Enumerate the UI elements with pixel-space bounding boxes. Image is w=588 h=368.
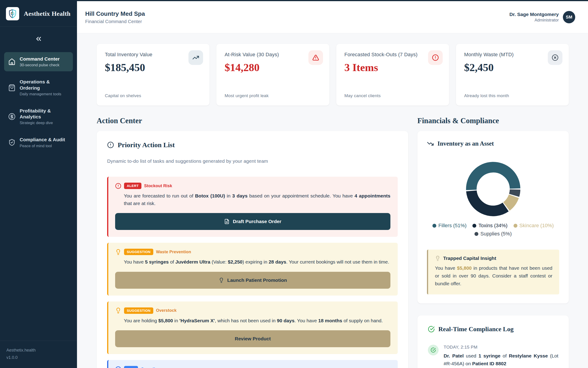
log-card-title: Real-Time Compliance Log	[438, 325, 514, 333]
stat-title: Forecasted Stock-Outs (7 Days)	[345, 52, 441, 58]
sidebar-item-compliance-audit[interactable]: Compliance & Audit Peace of mind tool	[4, 133, 73, 152]
lightbulb-emoji-icon	[435, 256, 440, 261]
financials-heading: Financials & Compliance	[417, 117, 569, 125]
action-item-category: Compliance	[141, 367, 164, 368]
sidebar-item-label: Operations & Ordering	[20, 79, 69, 91]
stat-caption: Capital on shelves	[105, 93, 141, 98]
sidebar-footer: Aesthetix.health v1.0.0	[0, 340, 77, 368]
sidebar-item-sub: Peace of mind tool	[20, 144, 65, 148]
inventory-donut-chart	[427, 159, 559, 219]
sidebar-item-sub: Daily management tools	[20, 92, 69, 96]
suggestion-badge: SUGGESTION	[124, 249, 153, 255]
alert-circle-icon	[115, 183, 121, 189]
footer-domain: Aesthetix.health	[6, 347, 71, 354]
button-label: Launch Patient Promotion	[227, 277, 287, 283]
log-entry-body: Dr. Patel used 1 syringe of Restylane Ky…	[444, 352, 558, 367]
main-scroll-area[interactable]: Total Inventory Value $185,450 Capital o…	[77, 33, 588, 368]
alert-circle-icon	[428, 50, 443, 65]
stats-grid: Total Inventory Value $185,450 Capital o…	[97, 44, 569, 106]
sidebar-nav: Command Center 30-second pulse check Ope…	[0, 48, 77, 156]
legend-dot	[432, 224, 436, 228]
shield-check-icon	[8, 139, 16, 146]
draft-purchase-order-button[interactable]: Draft Purchase Order	[115, 213, 390, 230]
legend-dot	[474, 232, 478, 236]
legend-item-toxins: Toxins (34%)	[472, 223, 507, 229]
stat-card-monthly-waste: Monthly Waste (MTD) $2,450 Already lost …	[456, 44, 569, 106]
donut-svg	[463, 159, 523, 219]
chart-legend: Fillers (51%) Toxins (34%) Skincare (10%…	[427, 223, 559, 237]
user-meta: Dr. Sage Montgomery Administrator	[509, 12, 559, 23]
stat-value: $185,450	[105, 61, 201, 74]
sidebar: Aesthetix Health Command Center 30-secon…	[0, 1, 77, 368]
header-titles: Hill Country Med Spa Financial Command C…	[85, 10, 145, 24]
action-item-header: SUGGESTION Overstock	[115, 307, 390, 314]
action-item-body: You have 5 syringes of Juvéderm Ultra (V…	[124, 258, 390, 266]
compliance-log-entry: TODAY, 2:15 PM Dr. Patel used 1 syringe …	[428, 345, 558, 367]
action-item-category: Overstock	[156, 308, 177, 313]
lightbulb-icon	[115, 307, 121, 313]
trending-up-icon	[188, 50, 203, 65]
stat-card-at-risk-value: At-Risk Value (30 Days) $14,280 Most urg…	[216, 44, 329, 106]
file-text-icon	[224, 219, 230, 224]
page-subtitle: Financial Command Center	[85, 19, 145, 24]
priority-card-title: Priority Action List	[118, 141, 175, 149]
action-item-overstock: SUGGESTION Overstock You are holding $5,…	[107, 302, 398, 354]
check-circle-icon	[428, 326, 435, 332]
avatar[interactable]: SM	[563, 11, 575, 23]
content-columns: Action Center Priority Action List Dynam…	[97, 106, 569, 368]
action-item-header: ALERT Stockout Risk	[115, 183, 390, 189]
stat-caption: Already lost this month	[464, 93, 509, 98]
action-center-heading: Action Center	[97, 117, 408, 125]
x-circle-icon	[548, 50, 562, 65]
action-item-category: Stockout Risk	[144, 184, 172, 188]
legend-label: Toxins (34%)	[478, 223, 507, 229]
compliance-log-card: Real-Time Compliance Log TODAY, 2:15 PM …	[417, 315, 569, 368]
legend-label: Supplies (5%)	[481, 231, 512, 237]
action-item-category: Waste Prevention	[156, 250, 191, 254]
sidebar-item-operations-ordering[interactable]: Operations & Ordering Daily management t…	[4, 75, 73, 100]
inventory-asset-card: Inventory as an Asset Fillers (51%)	[417, 131, 569, 304]
action-center-column: Action Center Priority Action List Dynam…	[97, 106, 408, 368]
launch-patient-promotion-button[interactable]: Launch Patient Promotion	[115, 272, 390, 289]
sidebar-item-profitability-analytics[interactable]: Profitability & Analytics Strategic deep…	[4, 104, 73, 129]
top-header: Hill Country Med Spa Financial Command C…	[77, 1, 588, 33]
stat-card-total-inventory: Total Inventory Value $185,450 Capital o…	[97, 44, 209, 106]
lightbulb-icon	[219, 277, 224, 283]
sidebar-item-sub: 30-second pulse check	[20, 63, 60, 67]
button-label: Review Product	[235, 336, 271, 341]
asset-card-header: Inventory as an Asset	[427, 140, 559, 147]
sidebar-collapse-button[interactable]	[33, 33, 44, 44]
stat-value: $14,280	[224, 61, 321, 74]
review-product-button[interactable]: Review Product	[115, 330, 390, 347]
user-role: Administrator	[509, 18, 559, 23]
insight-title-row: Trapped Capital Insight	[435, 256, 552, 261]
alert-triangle-icon	[308, 50, 323, 65]
legend-dot	[472, 224, 476, 228]
insight-title: Trapped Capital Insight	[443, 256, 496, 261]
brand-logo	[6, 7, 19, 20]
action-item-body: You are forecasted to run out of Botox (…	[124, 192, 390, 207]
stat-title: Total Inventory Value	[105, 52, 201, 58]
shopping-bag-icon	[8, 84, 16, 92]
app-window: Aesthetix Health Command Center 30-secon…	[0, 0, 588, 368]
stat-title: Monthly Waste (MTD)	[464, 52, 561, 58]
home-icon	[8, 58, 16, 65]
stat-value: 3 Items	[345, 61, 441, 74]
dollar-circle-icon	[8, 113, 16, 120]
sidebar-item-label: Compliance & Audit	[20, 137, 65, 143]
legend-label: Fillers (51%)	[438, 223, 466, 229]
legend-item-supplies: Supplies (5%)	[474, 231, 512, 237]
sidebar-item-sub: Strategic deep dive	[20, 121, 69, 125]
brand-header: Aesthetix Health	[0, 1, 77, 27]
user-name: Dr. Sage Montgomery	[509, 12, 559, 17]
legend-item-fillers: Fillers (51%)	[432, 223, 466, 229]
stat-caption: Most urgent profit leak	[224, 93, 269, 98]
check-circle-icon	[428, 345, 439, 355]
brand-name: Aesthetix Health	[24, 10, 71, 17]
chevrons-left-icon	[35, 35, 43, 43]
log-entry-content: TODAY, 2:15 PM Dr. Patel used 1 syringe …	[444, 345, 558, 367]
sidebar-item-command-center[interactable]: Command Center 30-second pulse check	[4, 52, 73, 71]
action-item-waste-prevention: SUGGESTION Waste Prevention You have 5 s…	[107, 243, 398, 295]
info-badge: INFO	[124, 366, 138, 368]
legend-dot	[514, 224, 517, 228]
